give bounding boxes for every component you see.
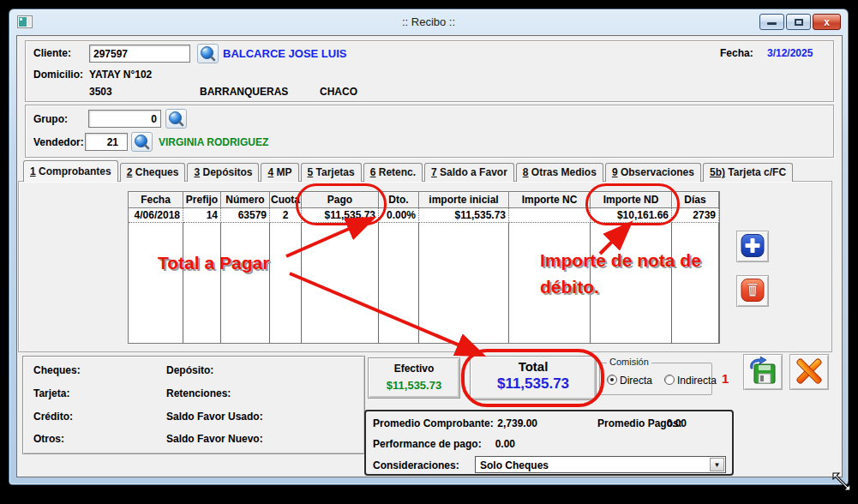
- promedio-pagos-value: 0.00: [647, 417, 687, 429]
- cancel-x-icon: [794, 357, 825, 386]
- tab-mp[interactable]: 4 MP: [261, 163, 298, 182]
- title-bar[interactable]: :: Recibo :: x: [9, 9, 848, 35]
- table-header-row: Fecha Prefijo Número Cuota Pago Dto. imp…: [129, 192, 719, 208]
- column-header: Importe ND: [591, 192, 672, 208]
- fecha-label: Fecha:: [720, 47, 753, 59]
- localidad: BARRANQUERAS: [200, 86, 288, 98]
- resize-cursor: [830, 470, 855, 495]
- cell-pago: $11,535.73: [302, 208, 379, 223]
- saldo-favor-nuevo-label: Saldo Favor Nuevo:: [166, 433, 263, 445]
- comision-legend: Comisión: [607, 357, 651, 367]
- cliente-search-button[interactable]: [197, 44, 219, 63]
- search-icon: [166, 110, 186, 128]
- comision-directa-radio[interactable]: [607, 375, 617, 385]
- save-button[interactable]: [743, 354, 783, 390]
- window-title: :: Recibo ::: [9, 15, 848, 28]
- tab-strip: 1 Comprobantes 2 Cheques 3 Depósitos 4 M…: [23, 160, 795, 182]
- column-header: Dto.: [379, 192, 419, 208]
- nota-debito-annotation-line2: débito.: [540, 277, 599, 297]
- cell-numero: 63579: [221, 208, 270, 223]
- cliente-input[interactable]: [89, 45, 190, 63]
- efectivo-label: Efectivo: [369, 363, 459, 375]
- grupo-input[interactable]: [88, 110, 161, 128]
- cliente-name: BALCARCE JOSE LUIS: [223, 47, 346, 60]
- counter-value: 1: [722, 371, 729, 386]
- retenciones-label: Retenciones:: [166, 387, 231, 399]
- cell-prefijo: 14: [183, 208, 221, 223]
- tab-observaciones[interactable]: 9 Observaciones: [605, 163, 701, 182]
- total-box: Total $11,535.73: [470, 356, 597, 400]
- tab-comprobantes[interactable]: 1 Comprobantes: [23, 160, 118, 182]
- domicilio-value: YATAY N°102: [89, 69, 152, 81]
- cell-cuota: 2: [270, 208, 302, 223]
- save-icon: [747, 357, 778, 386]
- delete-row-button[interactable]: [736, 275, 769, 307]
- search-icon: [198, 45, 218, 63]
- vendedor-search-button[interactable]: [131, 132, 153, 152]
- consideraciones-label: Consideraciones:: [373, 459, 459, 471]
- cell-dto: 0.00%: [379, 208, 419, 223]
- total-label: Total: [471, 359, 596, 374]
- vendedor-label: Vendedor:: [33, 136, 84, 148]
- comision-directa-label: Directa: [620, 375, 652, 387]
- domicilio-label: Domicilio:: [33, 69, 83, 81]
- column-header: Pago: [302, 192, 379, 208]
- cliente-label: Cliente:: [33, 47, 71, 59]
- maximize-icon: [795, 19, 803, 26]
- cell-importe-nc: [509, 208, 591, 223]
- trash-icon: [740, 278, 765, 303]
- otros-label: Otros:: [33, 433, 64, 445]
- tab-tarjetas[interactable]: 5 Tarjetas: [301, 163, 362, 182]
- nota-debito-annotation-line1: Importe de nota de: [540, 250, 701, 271]
- tab-depositos[interactable]: 3 Depósitos: [187, 163, 259, 182]
- close-button[interactable]: x: [813, 14, 841, 30]
- consideraciones-combobox[interactable]: Solo Cheques ▼: [475, 456, 726, 473]
- cheques-label: Cheques:: [33, 364, 81, 376]
- recibo-window: :: Recibo :: x Cliente: BALCARCE JOSE LU…: [9, 9, 849, 485]
- tab-saldo-a-favor[interactable]: 7 Saldo a Favor: [424, 163, 514, 182]
- grupo-search-button[interactable]: [165, 109, 187, 129]
- total-a-pagar-annotation: Total a Pagar: [158, 253, 269, 273]
- column-header: Número: [221, 192, 270, 208]
- plus-icon: [740, 233, 765, 258]
- cell-importe-inicial: $11,535.73: [419, 208, 509, 223]
- cell-importe-nd: $10,161.66: [591, 208, 672, 223]
- tarjeta-label: Tarjeta:: [33, 387, 69, 399]
- column-header: Fecha: [129, 192, 183, 208]
- tab-cheques[interactable]: 2 Cheques: [120, 163, 186, 182]
- promedio-comprobante-value: 2,739.00: [472, 417, 537, 429]
- search-icon: [132, 133, 152, 151]
- saldo-favor-usado-label: Saldo Favor Usado:: [166, 411, 263, 423]
- column-header: Importe NC: [509, 192, 591, 208]
- tab-tarjeta-cfc[interactable]: 5b) Tarjeta c/FC: [703, 163, 793, 182]
- vendedor-name: VIRGINIA RODRIGUEZ: [159, 136, 268, 148]
- tab-otras-medios[interactable]: 8 Otras Medios: [516, 163, 603, 182]
- column-header: Cuota: [270, 192, 302, 208]
- total-amount: $11,535.73: [471, 375, 596, 393]
- credito-label: Crédito:: [33, 411, 73, 423]
- performance-label: Performance de pago:: [373, 438, 482, 450]
- column-header: Días: [672, 192, 719, 208]
- consideraciones-value: Solo Cheques: [480, 459, 549, 471]
- maximize-button[interactable]: [786, 14, 811, 30]
- cancel-button[interactable]: [789, 354, 829, 390]
- performance-value: 0.00: [472, 438, 515, 450]
- vendedor-input[interactable]: [85, 133, 128, 151]
- minimize-icon: [767, 22, 777, 25]
- deposito-label: Depósito:: [166, 364, 213, 376]
- table-empty-area: [129, 223, 719, 344]
- comision-indirecta-radio[interactable]: [664, 375, 675, 385]
- cell-fecha: 4/06/2018: [129, 208, 183, 223]
- provincia: CHACO: [320, 86, 357, 98]
- chevron-down-icon[interactable]: ▼: [710, 458, 724, 471]
- add-row-button[interactable]: [736, 231, 769, 262]
- cell-dias: 2739: [672, 208, 719, 223]
- minimize-button[interactable]: [759, 14, 784, 30]
- tab-retenciones[interactable]: 6 Retenc.: [363, 163, 423, 182]
- comision-indirecta-label: Indirecta: [677, 375, 717, 387]
- column-header: Prefijo: [183, 192, 221, 208]
- efectivo-box: Efectivo $11,535.73: [368, 357, 460, 399]
- grupo-label: Grupo:: [33, 113, 68, 125]
- table-row[interactable]: 4/06/2018 14 63579 2 $11,535.73 0.00% $1…: [129, 208, 719, 223]
- codigo-postal: 3503: [89, 86, 112, 98]
